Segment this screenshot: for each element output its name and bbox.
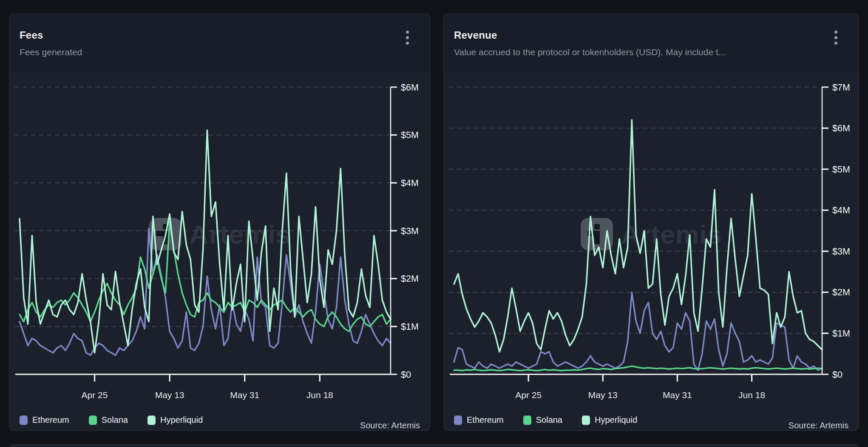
series-line-hyperliquid (20, 130, 391, 353)
x-tick-label: Apr 25 (515, 390, 542, 400)
fees-chart[interactable]: $0$1M$2M$3M$4M$5M$6MApr 25May 13May 31Ju… (9, 14, 431, 431)
legend-item-ethereum[interactable]: Ethereum (20, 415, 69, 425)
series-line-solana (454, 366, 822, 371)
y-tick-label: $5M (401, 130, 419, 140)
series-line-hyperliquid (454, 120, 822, 352)
legend-label: Solana (536, 415, 562, 425)
y-tick-label: $2M (401, 274, 419, 284)
y-tick-label: $7M (832, 82, 850, 93)
fees-legend: EthereumSolanaHyperliquid (20, 415, 203, 425)
x-tick-label: May 13 (155, 390, 184, 400)
revenue-legend: EthereumSolanaHyperliquid (454, 415, 637, 425)
x-tick-label: Jun 18 (738, 390, 765, 400)
y-tick-label: $4M (832, 205, 850, 215)
y-tick-label: $0 (832, 370, 842, 380)
revenue-chart[interactable]: $0$1M$2M$3M$4M$5M$6M$7MApr 25May 13May 3… (444, 14, 859, 431)
legend-label: Ethereum (32, 415, 69, 425)
legend-label: Solana (102, 415, 128, 425)
legend-item-solana[interactable]: Solana (523, 415, 562, 425)
legend-item-hyperliquid[interactable]: Hyperliquid (582, 415, 637, 425)
legend-swatch-icon (148, 416, 156, 425)
y-tick-label: $0 (401, 370, 411, 380)
x-tick-label: May 31 (663, 390, 692, 400)
x-tick-label: Apr 25 (82, 390, 108, 400)
legend-swatch-icon (20, 416, 28, 425)
y-tick-label: $4M (401, 178, 419, 188)
y-tick-label: $6M (401, 82, 419, 93)
x-tick-label: Jun 18 (306, 390, 333, 400)
next-row-card-edge (9, 444, 859, 447)
x-tick-label: May 13 (588, 390, 618, 400)
y-tick-label: $3M (401, 226, 419, 236)
legend-label: Hyperliquid (160, 415, 203, 425)
legend-swatch-icon (454, 416, 462, 425)
legend-item-solana[interactable]: Solana (89, 415, 128, 425)
y-tick-label: $1M (401, 322, 419, 332)
legend-label: Ethereum (467, 415, 504, 425)
y-tick-label: $5M (832, 164, 850, 175)
y-tick-label: $3M (832, 246, 850, 257)
legend-item-ethereum[interactable]: Ethereum (454, 415, 504, 425)
legend-item-hyperliquid[interactable]: Hyperliquid (148, 415, 203, 425)
y-tick-label: $2M (832, 287, 850, 297)
y-tick-label: $6M (832, 123, 850, 133)
legend-label: Hyperliquid (595, 415, 637, 425)
source-attribution: Source: Artemis (789, 421, 848, 430)
source-attribution: Source: Artemis (360, 421, 420, 430)
legend-swatch-icon (582, 416, 590, 425)
fees-card: Fees Fees generated Artemis $0$1M$2M$3M$… (9, 14, 431, 431)
y-tick-label: $1M (832, 328, 850, 339)
legend-swatch-icon (523, 416, 531, 425)
legend-swatch-icon (89, 416, 97, 425)
revenue-card: Revenue Value accrued to the protocol or… (443, 14, 859, 431)
x-tick-label: May 31 (230, 390, 259, 400)
